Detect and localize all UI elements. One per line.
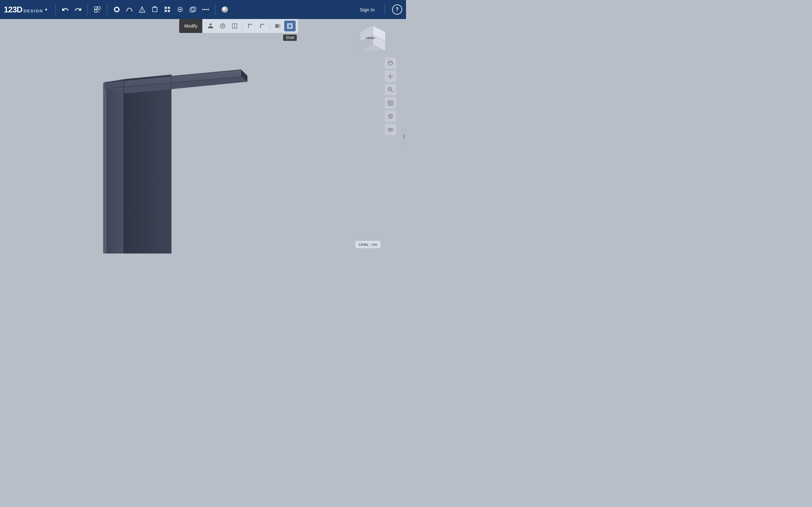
modify-tools-group: Shell: [202, 19, 298, 33]
modify-toolbar: Modify Shell: [179, 19, 298, 33]
shape-container: [0, 38, 406, 253]
units-badge: Units : cm: [355, 240, 380, 248]
svg-rect-21: [208, 26, 213, 29]
svg-rect-27: [278, 24, 281, 28]
app-dropdown[interactable]: ▾: [45, 7, 47, 12]
svg-point-20: [222, 6, 228, 13]
redo-button[interactable]: [72, 4, 84, 15]
svg-rect-10: [165, 10, 167, 12]
zoom-fit-button[interactable]: [385, 97, 397, 109]
help-button[interactable]: ?: [392, 4, 402, 14]
split-solid-button[interactable]: [272, 20, 284, 32]
divider-2: [88, 4, 88, 15]
view-cube[interactable]: FRONT: [358, 24, 387, 53]
fillet-button[interactable]: [245, 20, 256, 32]
svg-rect-9: [168, 7, 170, 9]
pan-button[interactable]: [385, 70, 397, 82]
svg-line-37: [392, 91, 393, 92]
svg-rect-14: [192, 7, 196, 11]
svg-point-35: [388, 61, 392, 65]
tweak-button[interactable]: [217, 20, 229, 32]
svg-rect-11: [168, 10, 170, 12]
svg-point-46: [390, 129, 392, 130]
svg-rect-8: [165, 7, 167, 9]
material-button[interactable]: [219, 4, 231, 15]
svg-rect-2: [95, 10, 97, 12]
cube-svg: FRONT: [358, 24, 387, 53]
svg-rect-26: [275, 24, 278, 28]
shell-tooltip: Shell: [283, 35, 297, 41]
modify-divider-1: [242, 21, 243, 31]
pillar-left-face: [105, 79, 124, 253]
measure-button[interactable]: [200, 4, 211, 15]
divider-4: [215, 4, 215, 15]
pattern-button[interactable]: [162, 4, 173, 15]
split-face-button[interactable]: [229, 20, 241, 32]
pillar-right-face: [124, 74, 171, 253]
visibility-button[interactable]: [385, 124, 397, 135]
divider-5: [385, 4, 385, 15]
viewport[interactable]: FRONT Units : cm: [0, 19, 406, 253]
view-mode-button[interactable]: [385, 110, 397, 122]
app-logo: 123DDESIGN: [4, 5, 43, 14]
svg-rect-1: [98, 7, 100, 9]
spline-button[interactable]: [124, 4, 135, 15]
boolean-button[interactable]: [187, 4, 199, 15]
svg-point-42: [390, 102, 391, 103]
chamfer-button[interactable]: [257, 20, 268, 32]
transform-button[interactable]: [92, 4, 103, 15]
svg-rect-0: [95, 7, 97, 9]
logo-area: 123DDESIGN ▾: [4, 5, 47, 14]
press-pull-button[interactable]: [205, 20, 216, 32]
construct-button[interactable]: [136, 4, 148, 15]
sketch-button[interactable]: [111, 4, 122, 15]
toolbar-right: Sign In ?: [357, 4, 402, 15]
primitives-button[interactable]: [149, 4, 160, 15]
modify-divider-2: [270, 21, 270, 31]
nav-controls: [385, 57, 397, 135]
svg-text:FRONT: FRONT: [366, 37, 375, 40]
divider-3: [107, 4, 107, 15]
divider-1: [55, 4, 56, 15]
sign-in-button[interactable]: Sign In: [357, 5, 378, 14]
group-button[interactable]: [174, 4, 186, 15]
svg-rect-13: [190, 8, 194, 12]
top-toolbar: 123DDESIGN ▾: [0, 0, 406, 19]
svg-point-23: [222, 24, 223, 26]
collapse-handle[interactable]: [402, 128, 406, 144]
shell-button[interactable]: Shell: [284, 20, 296, 32]
zoom-button[interactable]: [385, 83, 397, 96]
orbit-button[interactable]: [385, 57, 397, 69]
modify-label: Modify: [179, 19, 202, 33]
3d-object: [51, 51, 257, 253]
undo-button[interactable]: [60, 4, 71, 15]
svg-point-4: [115, 8, 118, 11]
